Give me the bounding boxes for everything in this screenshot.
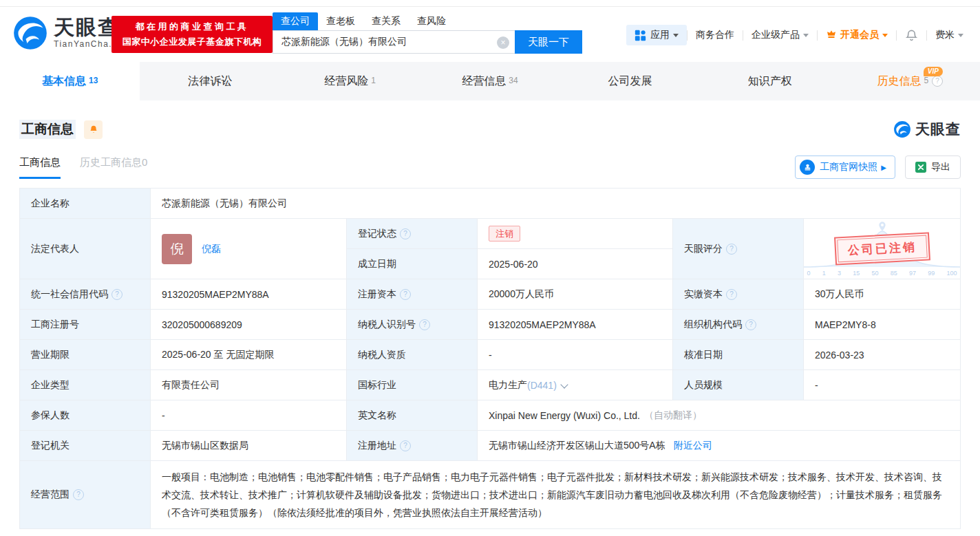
company-type-label: 企业类型 [20, 370, 151, 400]
tianyancha-swirl-icon [12, 15, 48, 51]
subscribe-bell-icon[interactable] [84, 120, 103, 139]
help-icon[interactable]: ? [400, 440, 411, 451]
english-name-cell: Xinpai New Energy (Wuxi) Co., Ltd. （自动翻译… [478, 400, 961, 431]
excel-icon [915, 162, 926, 173]
company-name-label: 企业名称 [20, 189, 151, 219]
tianyancha-watermark: 天眼查 [893, 120, 961, 139]
address-value: 无锡市锡山经济开发区锡山大道500号A栋 [489, 440, 665, 452]
official-snapshot-button[interactable]: 工商官网快照 ▶ [795, 156, 895, 179]
tab-operating-risk[interactable]: 经营风险 1 [280, 62, 420, 100]
enterprise-products-menu[interactable]: 企业级产品 [743, 29, 817, 41]
company-cancelled-stamp: 公司已注销 [834, 232, 930, 265]
help-icon[interactable]: ? [726, 289, 737, 300]
credit-code-label-cell: 统一社会信用代码 ? [20, 279, 151, 310]
clear-search-icon[interactable]: × [497, 36, 509, 49]
help-icon[interactable]: ? [400, 289, 411, 300]
tab-business-info[interactable]: 经营信息 34 [420, 62, 560, 100]
credit-code-value: 91320205MAEP2MY88A [151, 279, 347, 310]
tab-company-development[interactable]: 公司发展 [560, 62, 700, 100]
score-axis: 01 315 5085 9799 100 [807, 270, 957, 277]
tyc-score-label-cell: 天眼评分 ? [673, 219, 804, 279]
industry-value: 电力生产 [489, 379, 527, 392]
nearby-companies-link[interactable]: 附近公司 [674, 440, 712, 452]
reg-capital-label-cell: 注册资本 ? [347, 279, 478, 310]
help-icon[interactable]: ? [745, 319, 756, 330]
status-badge: 注销 [489, 226, 520, 242]
reg-number-label: 工商注册号 [20, 310, 151, 340]
apps-label: 应用 [650, 29, 670, 41]
industry-value-cell: 电力生产 (D441) [478, 370, 673, 400]
search-tab-relation[interactable]: 查关系 [363, 12, 409, 30]
insured-value: - [151, 400, 347, 431]
help-icon[interactable]: ? [111, 289, 122, 300]
industry-label: 国标行业 [347, 370, 478, 400]
crown-icon [826, 30, 837, 41]
establish-date-label: 成立日期 [347, 249, 478, 279]
chevron-down-icon [958, 34, 963, 37]
search-tab-risk[interactable]: 查风险 [409, 12, 454, 30]
subtab-business-info[interactable]: 工商信息 [19, 156, 61, 179]
registry-value: 无锡市锡山区数据局 [151, 431, 347, 461]
legal-rep-avatar[interactable]: 倪 [162, 234, 192, 264]
reg-status-label-cell: 登记状态 ? [347, 219, 478, 249]
reg-capital-value: 20000万人民币 [478, 279, 673, 310]
vip-badge: VIP [924, 67, 943, 76]
legal-rep-cell: 倪 倪磊 [151, 219, 347, 279]
business-term-value: 2025-06-20 至 无固定期限 [151, 340, 347, 370]
search-tab-company[interactable]: 查公司 [273, 12, 318, 30]
paid-capital-value: 30万人民币 [804, 279, 961, 310]
staff-size-value: - [804, 370, 961, 400]
search-submit-button[interactable]: 天眼一下 [515, 30, 582, 54]
chevron-down-icon[interactable] [560, 380, 568, 388]
tab-legal-proceedings[interactable]: 法律诉讼 [140, 62, 279, 100]
chevron-down-icon [882, 34, 888, 37]
search-tab-boss[interactable]: 查老板 [318, 12, 363, 30]
tianyancha-swirl-icon [893, 120, 911, 138]
page-top-divider [0, 0, 980, 7]
auto-translate-note: （自动翻译） [644, 409, 702, 422]
paid-capital-label-cell: 实缴资本 ? [673, 279, 804, 310]
stamp-icon [800, 160, 815, 175]
tab-basic-info[interactable]: 基本信息 13 [0, 62, 140, 100]
help-icon[interactable]: ? [400, 228, 411, 239]
export-button[interactable]: 导出 [905, 156, 961, 179]
notifications-bell-icon[interactable] [897, 29, 926, 42]
business-term-label: 营业期限 [20, 340, 151, 370]
chevron-down-icon [803, 34, 809, 37]
business-registration-table: 企业名称 芯派新能源（无锡）有限公司 法定代表人 倪 倪磊 登记状态 ? 注销 … [19, 188, 961, 529]
search-module: 查公司 查老板 查关系 查风险 × 天眼一下 [273, 11, 582, 54]
search-input[interactable] [273, 31, 515, 53]
industry-code: (D441) [527, 380, 557, 391]
help-icon[interactable]: ? [726, 244, 737, 255]
legal-rep-label: 法定代表人 [20, 219, 151, 279]
staff-size-label: 人员规模 [673, 370, 804, 400]
taxpayer-quality-value: - [478, 340, 673, 370]
search-tabs: 查公司 查老板 查关系 查风险 [273, 11, 582, 30]
tab-history-info[interactable]: 历史信息 5 ? VIP [840, 62, 980, 100]
company-name-value: 芯派新能源（无锡）有限公司 [151, 189, 961, 219]
company-page-tabs: 基本信息 13 法律诉讼 经营风险 1 经营信息 34 公司发展 知识产权 历史… [0, 62, 980, 100]
reg-number-value: 320205000689209 [151, 310, 347, 340]
header-right-nav: 应用 商务合作 企业级产品 开通会员 费米 [626, 25, 972, 45]
username: 费米 [935, 29, 955, 41]
open-membership-menu[interactable]: 开通会员 [818, 29, 896, 41]
business-scope-cell: 一般项目：电池制造；电池销售；电池零配件销售；电子产品销售；电力电子元器件销售；… [151, 461, 961, 529]
business-cooperation-link[interactable]: 商务合作 [688, 29, 743, 41]
legal-rep-name-link[interactable]: 倪磊 [202, 243, 221, 255]
help-icon[interactable]: ? [932, 76, 943, 87]
chevron-down-icon [673, 34, 679, 37]
subtab-history-business-info[interactable]: 历史工商信息0 [80, 156, 147, 179]
tab-intellectual-property[interactable]: 知识产权 [700, 62, 840, 100]
registry-label: 登记机关 [20, 431, 151, 461]
org-code-label-cell: 组织机构代码 ? [673, 310, 804, 340]
tyc-score-cell: 公司已注销 01 315 5085 9799 100 [804, 219, 961, 279]
apps-menu[interactable]: 应用 [626, 25, 687, 45]
site-header: 天眼查 TianYanCha.com 都在用的商业查询工具 国家中小企业发展子基… [0, 7, 980, 62]
approval-date-value: 2026-03-23 [804, 340, 961, 370]
apps-grid-icon [635, 30, 646, 41]
user-account-menu[interactable]: 费米 [927, 29, 972, 41]
help-icon[interactable]: ? [419, 319, 430, 330]
section-title: 工商信息 [19, 120, 76, 139]
help-icon[interactable]: ? [73, 489, 84, 500]
taxpayer-id-label-cell: 纳税人识别号 ? [347, 310, 478, 340]
